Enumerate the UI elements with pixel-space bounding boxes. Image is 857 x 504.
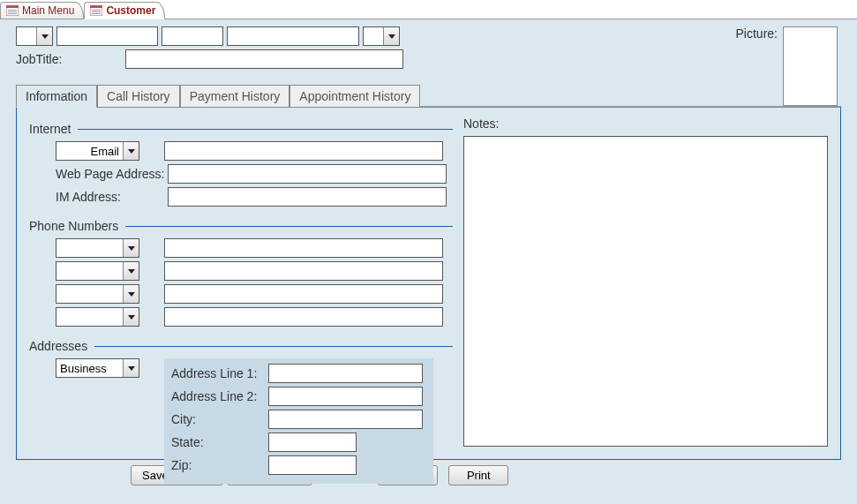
print-button[interactable]: Print	[448, 465, 508, 485]
tab-appointment-history[interactable]: Appointment History	[289, 85, 420, 107]
phone-number-input[interactable]	[164, 284, 443, 304]
inner-tabs: Information Call History Payment History…	[16, 85, 841, 107]
chevron-down-icon[interactable]	[123, 308, 139, 326]
phone-type-input[interactable]	[56, 285, 123, 303]
form-icon	[90, 5, 102, 16]
svg-rect-1	[6, 5, 19, 8]
phone-number-input[interactable]	[164, 261, 443, 281]
document-tabs: Main Menu Customer	[0, 0, 857, 19]
addr-state-input[interactable]	[268, 433, 357, 452]
svg-rect-8	[92, 11, 101, 12]
email-type-value[interactable]	[56, 142, 123, 160]
address-line1-row: Address Line 1:	[171, 364, 426, 383]
last-name-input[interactable]	[227, 26, 359, 46]
phone-row-3	[29, 284, 453, 304]
addresses-label: Addresses	[29, 339, 87, 353]
tab-payment-history[interactable]: Payment History	[180, 85, 290, 107]
tab-information[interactable]: Information	[16, 85, 97, 108]
chevron-down-icon[interactable]	[383, 27, 399, 45]
web-label: Web Page Address:	[56, 167, 186, 181]
email-input[interactable]	[164, 141, 443, 161]
chevron-down-icon[interactable]	[123, 285, 139, 303]
address-city-row: City:	[171, 410, 426, 429]
address-type-combo[interactable]	[56, 358, 139, 378]
phone-number-input[interactable]	[164, 238, 443, 258]
address-state-row: State:	[171, 433, 426, 452]
email-row	[29, 141, 453, 161]
picture-block: Picture:	[736, 26, 838, 106]
internet-header: Internet	[29, 122, 453, 136]
addr-zip-label: Zip:	[171, 458, 268, 472]
addr-state-label: State:	[171, 435, 268, 449]
phones-header: Phone Numbers	[29, 219, 453, 233]
chevron-down-icon[interactable]	[36, 27, 52, 45]
job-title-input[interactable]	[125, 49, 403, 69]
phone-row-2	[29, 261, 453, 281]
im-input[interactable]	[168, 187, 447, 207]
first-name-input[interactable]	[56, 26, 158, 46]
customer-form: JobTitle: Picture: Information Call Hist…	[0, 19, 857, 504]
addr-city-input[interactable]	[268, 410, 423, 429]
left-column: Internet Web Page Address: IM Address: P…	[29, 117, 453, 447]
job-title-label: JobTitle:	[16, 52, 62, 66]
phones-label: Phone Numbers	[29, 219, 118, 233]
addresses-header: Addresses	[29, 339, 453, 353]
addr-zip-input[interactable]	[268, 455, 357, 475]
addr-city-label: City:	[171, 412, 268, 426]
address-type-value[interactable]	[56, 359, 123, 377]
phone-type-input[interactable]	[56, 262, 123, 280]
right-column: Notes:	[463, 117, 828, 447]
phone-type-combo[interactable]	[56, 238, 139, 258]
im-label: IM Address:	[56, 190, 186, 204]
web-row: Web Page Address:	[29, 164, 453, 184]
prefix-input[interactable]	[17, 27, 36, 45]
web-input[interactable]	[168, 164, 447, 184]
picture-box[interactable]	[783, 26, 838, 106]
tab-main-menu[interactable]: Main Menu	[0, 2, 84, 19]
tab-customer-label: Customer	[106, 4, 155, 17]
addr-line2-input[interactable]	[268, 387, 423, 406]
internet-label: Internet	[29, 122, 71, 136]
phone-number-input[interactable]	[164, 307, 443, 327]
addr-line1-label: Address Line 1:	[171, 366, 268, 380]
phone-type-input[interactable]	[56, 239, 123, 257]
suffix-combo[interactable]	[363, 26, 400, 46]
svg-rect-4	[8, 13, 17, 14]
suffix-input[interactable]	[364, 27, 383, 45]
phone-type-combo[interactable]	[56, 307, 139, 327]
address-line2-row: Address Line 2:	[171, 387, 426, 406]
job-title-row: JobTitle:	[16, 49, 841, 69]
picture-label: Picture:	[736, 26, 778, 41]
phone-type-combo[interactable]	[56, 261, 139, 281]
form-icon	[6, 5, 19, 16]
name-row	[16, 26, 841, 46]
phone-type-input[interactable]	[56, 308, 123, 326]
svg-rect-7	[92, 10, 101, 11]
divider	[125, 226, 453, 227]
email-type-combo[interactable]	[56, 141, 139, 161]
notes-textarea[interactable]	[463, 136, 828, 447]
addr-line2-label: Address Line 2:	[171, 389, 268, 403]
svg-rect-9	[92, 13, 101, 14]
svg-rect-2	[8, 10, 17, 11]
tab-customer[interactable]: Customer	[84, 2, 165, 19]
information-panel: Internet Web Page Address: IM Address: P…	[16, 107, 841, 460]
address-row: Address Line 1: Address Line 2: City: St…	[29, 358, 453, 484]
im-row: IM Address:	[29, 187, 453, 207]
chevron-down-icon[interactable]	[123, 262, 139, 280]
addr-line1-input[interactable]	[268, 364, 423, 383]
phone-type-combo[interactable]	[56, 284, 139, 304]
svg-rect-3	[8, 11, 17, 12]
chevron-down-icon[interactable]	[123, 359, 139, 377]
address-zip-row: Zip:	[171, 455, 426, 475]
chevron-down-icon[interactable]	[123, 239, 139, 257]
notes-label: Notes:	[463, 117, 828, 131]
tab-call-history[interactable]: Call History	[97, 85, 180, 107]
chevron-down-icon[interactable]	[123, 142, 139, 160]
prefix-combo[interactable]	[16, 26, 53, 46]
address-panel: Address Line 1: Address Line 2: City: St…	[164, 358, 433, 484]
svg-rect-6	[90, 5, 102, 8]
middle-name-input[interactable]	[162, 26, 223, 46]
phone-row-4	[29, 307, 453, 327]
phone-row-1	[29, 238, 453, 258]
